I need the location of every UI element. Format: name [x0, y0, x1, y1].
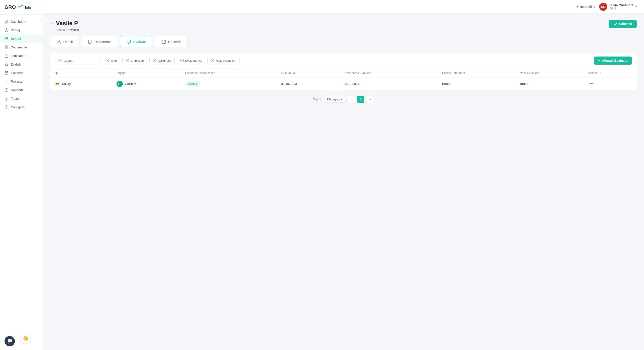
- cell-pozitie-anterioara: Brutar: [438, 77, 516, 90]
- user-menu[interactable]: SC Silvia Cristina T Admin ▾: [599, 3, 637, 11]
- wave-button[interactable]: 👋: [20, 333, 31, 344]
- table-row: 💳 Salary VP Vasile P: [50, 77, 636, 90]
- filter-employee-button[interactable]: Employee: [122, 57, 147, 64]
- pagination-next-button[interactable]: ›: [366, 96, 374, 103]
- add-evaluare-button[interactable]: + Adaugă Evaluare: [594, 56, 632, 65]
- page-header: ← Vasile P Echipă / Evaluări Editează: [50, 20, 637, 31]
- sidebar-item-pontaj[interactable]: Pontaj: [0, 26, 42, 34]
- search-input[interactable]: [64, 59, 95, 62]
- back-arrow-icon[interactable]: ←: [50, 21, 54, 26]
- page-title: Vasile P: [56, 20, 78, 27]
- per-page-select[interactable]: 15/pagina ▾: [324, 96, 346, 103]
- sidebar-item-rapoarte[interactable]: Rapoarte: [0, 86, 42, 94]
- filter-type-button[interactable]: Type: [102, 57, 120, 64]
- add-icon: +: [598, 59, 600, 62]
- filter-evaluated-at-button[interactable]: Evaluated At: [177, 57, 205, 64]
- sidebar-item-facturi[interactable]: Facturi: [0, 94, 42, 103]
- sidebar-item-documente[interactable]: Documente: [0, 43, 42, 51]
- svg-point-6: [7, 37, 8, 38]
- col-urmatoarea-evaluare[interactable]: Următoarea Evaluare ↓: [340, 68, 439, 77]
- tab-documente-label: Documente: [94, 40, 112, 44]
- svg-rect-1: [5, 22, 6, 23]
- cell-pozitie-actuala: Brutar: [516, 77, 584, 90]
- filter-type-label: Type: [110, 59, 117, 62]
- sidebar-label-rapoarte: Rapoarte: [11, 88, 24, 92]
- sidebar-label-concedii: Concedii: [11, 71, 23, 75]
- cell-persoane-responsabile: Cristi J.: [182, 77, 278, 90]
- sidebar-item-dashboard[interactable]: Dashboard: [0, 17, 42, 26]
- back-row: ← Vasile P: [50, 20, 79, 27]
- svg-marker-14: [5, 63, 8, 66]
- tab-concedii-label: Concedii: [168, 40, 181, 44]
- evaluat-la-sort-icon: ↓: [296, 71, 298, 74]
- briefcase-icon: [4, 79, 8, 83]
- svg-rect-3: [8, 20, 8, 23]
- sidebar-item-template-uri[interactable]: Template-uri: [0, 51, 42, 60]
- row-actions-button[interactable]: •••: [588, 81, 595, 87]
- tab-calendar-icon: [161, 39, 166, 44]
- col-evaluat-la[interactable]: Evaluat La ↓: [278, 68, 340, 77]
- salary-icon: 💳: [54, 81, 60, 86]
- svg-point-25: [6, 106, 7, 108]
- svg-point-5: [6, 38, 6, 39]
- table-body: 💳 Salary VP Vasile P: [50, 77, 636, 90]
- document-icon: [88, 39, 92, 44]
- prev-icon: ‹: [351, 97, 352, 101]
- columns-layout-icon[interactable]: ⊞: [598, 71, 601, 74]
- col-tip: Tip: [50, 68, 113, 77]
- sidebar-item-configurari[interactable]: Configurări: [0, 103, 42, 111]
- tab-concedii[interactable]: Concedii: [155, 36, 188, 47]
- sidebar-nav: Dashboard Pontaj Echipă Documente Templa…: [0, 15, 42, 333]
- tab-evaluari-label: Evaluări: [133, 40, 146, 44]
- table-section: 🔍 Type Employee Assignees: [50, 53, 637, 90]
- sidebar-label-dashboard: Dashboard: [11, 20, 26, 23]
- sidebar-item-evaluari[interactable]: Evaluări: [0, 60, 42, 69]
- pagination-prev-button[interactable]: ‹: [348, 96, 355, 103]
- per-page-chevron: ▾: [341, 98, 342, 101]
- breadcrumb-separator: /: [66, 28, 67, 31]
- ask-ai-button[interactable]: ✦ Întreabă AI: [576, 4, 596, 9]
- edit-button[interactable]: Editează: [608, 20, 637, 28]
- chat-button[interactable]: [4, 336, 15, 347]
- clock-icon: [4, 28, 8, 32]
- logo-text: GRO: [4, 4, 16, 10]
- tab-evaluari[interactable]: Evaluări: [120, 36, 153, 47]
- filter-next-circle-icon: [211, 59, 214, 62]
- screen-icon: [126, 39, 131, 44]
- search-icon: 🔍: [58, 59, 62, 62]
- user-name: Silvia Cristina T: [610, 3, 633, 7]
- sidebar-toggle-button[interactable]: ‹: [40, 18, 45, 23]
- angajat-cell: VP Vasile P: [116, 81, 178, 87]
- pie-chart-icon: [4, 88, 8, 92]
- next-icon: ›: [370, 97, 371, 101]
- col-pozitie-actuala: Poziție Actuală: [516, 68, 584, 77]
- cell-angajat: VP Vasile P: [113, 77, 182, 90]
- cell-tip: 💳 Salary: [50, 77, 113, 90]
- sidebar-item-echipa[interactable]: Echipă: [0, 34, 42, 43]
- main-content: ✦ Întreabă AI SC Silvia Cristina T Admin…: [43, 0, 644, 350]
- sidebar-label-documente: Documente: [11, 45, 27, 49]
- sidebar-item-concedii[interactable]: Concedii: [0, 69, 42, 77]
- table-header: Tip Angajat ↓ Persoane responsabile Eval…: [50, 68, 636, 77]
- wave-icon: 👋: [22, 336, 28, 342]
- users-icon: [4, 37, 8, 41]
- breadcrumb-parent[interactable]: Echipă: [56, 28, 65, 31]
- type-badge: 💳 Salary: [54, 81, 109, 86]
- logo: GRO EE: [0, 0, 42, 15]
- tab-detalii[interactable]: Detalii: [50, 36, 79, 47]
- page-header-left: ← Vasile P Echipă / Evaluări: [50, 20, 79, 31]
- col-persoane-responsabile: Persoane responsabile: [182, 68, 278, 77]
- svg-rect-32: [127, 40, 130, 43]
- filter-assignees-button[interactable]: Assignees: [150, 57, 175, 64]
- cell-evaluat-la: 02.10.2023: [278, 77, 340, 90]
- page-content: ← Vasile P Echipă / Evaluări Editează: [43, 13, 644, 350]
- avatar: SC: [599, 3, 607, 11]
- sidebar-label-pontaj: Pontaj: [11, 28, 20, 32]
- filter-next-evaluation-button[interactable]: Next Evaluation: [207, 57, 240, 64]
- logo-icon-area: EE: [17, 4, 31, 10]
- tab-documente[interactable]: Documente: [81, 36, 118, 47]
- filter-assignees-circle-icon: [153, 59, 156, 62]
- logo-chart-icon: [17, 4, 24, 9]
- col-angajat[interactable]: Angajat ↓: [113, 68, 182, 77]
- sidebar-item-proiecte[interactable]: Proiecte: [0, 77, 42, 86]
